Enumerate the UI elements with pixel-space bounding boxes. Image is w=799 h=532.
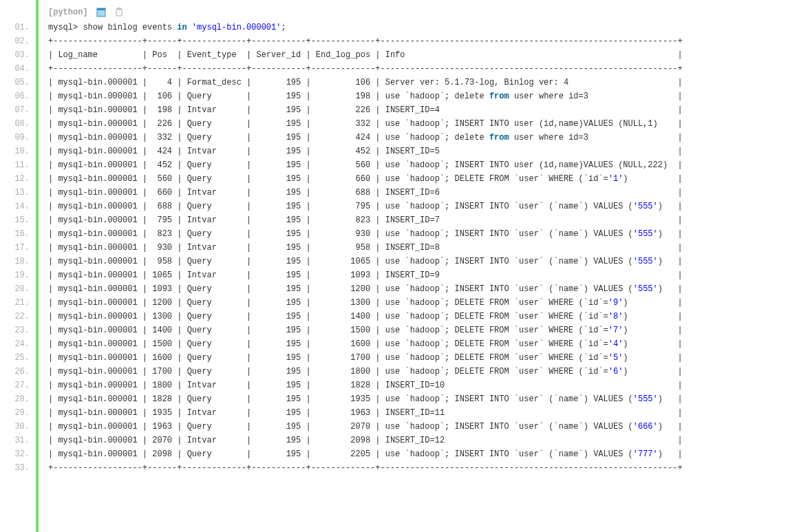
- line-number: 29.: [0, 406, 35, 420]
- language-label: [python]: [48, 6, 88, 19]
- code-line: | mysql-bin.000001 | 1700 | Query | 195 …: [48, 365, 799, 379]
- code-line: +------------------+------+-------------…: [48, 62, 799, 76]
- line-number: 07.: [0, 103, 35, 117]
- code-line: | mysql-bin.000001 | 1935 | Intvar | 195…: [48, 406, 799, 420]
- line-number: 23.: [0, 323, 35, 337]
- line-number: 14.: [0, 200, 35, 213]
- line-number: 10.: [0, 145, 35, 158]
- line-number: 24.: [0, 337, 35, 351]
- view-source-icon[interactable]: [96, 8, 106, 17]
- copy-icon[interactable]: [114, 8, 124, 17]
- line-number: 09.: [0, 131, 35, 145]
- code-line: | mysql-bin.000001 | 560 | Query | 195 |…: [48, 172, 799, 186]
- code-block: 01.02.03.04.05.06.07.08.09.10.11.12.13.1…: [0, 0, 799, 532]
- line-number: 16.: [0, 227, 35, 241]
- code-line: | mysql-bin.000001 | 424 | Intvar | 195 …: [48, 145, 799, 158]
- line-number: 25.: [0, 351, 35, 365]
- line-number: 01.: [0, 21, 35, 34]
- line-number: 04.: [0, 62, 35, 76]
- code-line: +------------------+------+-------------…: [48, 461, 799, 475]
- code-line: | Log_name | Pos | Event_type | Server_i…: [48, 48, 799, 62]
- line-number: 21.: [0, 296, 35, 310]
- line-number: 22.: [0, 310, 35, 323]
- line-number: 13.: [0, 186, 35, 200]
- code-line: | mysql-bin.000001 | 958 | Query | 195 |…: [48, 255, 799, 268]
- code-line: | mysql-bin.000001 | 198 | Intvar | 195 …: [48, 103, 799, 117]
- line-number-gutter: 01.02.03.04.05.06.07.08.09.10.11.12.13.1…: [0, 0, 36, 532]
- line-number: 31.: [0, 434, 35, 447]
- line-number: 28.: [0, 392, 35, 406]
- code-line: +------------------+------+-------------…: [48, 34, 799, 48]
- code-line: | mysql-bin.000001 | 1200 | Query | 195 …: [48, 296, 799, 310]
- code-line: | mysql-bin.000001 | 2098 | Query | 195 …: [48, 447, 799, 461]
- toolbar: [python]: [48, 4, 799, 21]
- svg-rect-1: [97, 8, 105, 10]
- code-line: | mysql-bin.000001 | 1600 | Query | 195 …: [48, 351, 799, 365]
- line-number: 27.: [0, 379, 35, 392]
- line-number: 11.: [0, 158, 35, 172]
- code-content: [python] mysql> show binlog events in 'm…: [39, 0, 799, 532]
- code-line: | mysql-bin.000001 | 1500 | Query | 195 …: [48, 337, 799, 351]
- code-line: | mysql-bin.000001 | 106 | Query | 195 |…: [48, 89, 799, 103]
- code-lines[interactable]: mysql> show binlog events in 'mysql-bin.…: [48, 21, 799, 475]
- code-line: | mysql-bin.000001 | 2070 | Intvar | 195…: [48, 434, 799, 447]
- line-number: 32.: [0, 447, 35, 461]
- code-line: | mysql-bin.000001 | 1963 | Query | 195 …: [48, 420, 799, 434]
- code-line: | mysql-bin.000001 | 1065 | Intvar | 195…: [48, 268, 799, 282]
- code-line: | mysql-bin.000001 | 226 | Query | 195 |…: [48, 117, 799, 131]
- svg-rect-3: [118, 8, 120, 10]
- code-line: | mysql-bin.000001 | 660 | Intvar | 195 …: [48, 186, 799, 200]
- code-line: | mysql-bin.000001 | 1300 | Query | 195 …: [48, 310, 799, 323]
- code-line: | mysql-bin.000001 | 332 | Query | 195 |…: [48, 131, 799, 145]
- code-line: | mysql-bin.000001 | 930 | Intvar | 195 …: [48, 241, 799, 255]
- line-number: 33.: [0, 461, 35, 475]
- line-number: 30.: [0, 420, 35, 434]
- code-line: | mysql-bin.000001 | 4 | Format_desc | 1…: [48, 76, 799, 89]
- code-line: | mysql-bin.000001 | 1800 | Intvar | 195…: [48, 379, 799, 392]
- line-number: 03.: [0, 48, 35, 62]
- code-line: | mysql-bin.000001 | 823 | Query | 195 |…: [48, 227, 799, 241]
- code-line: | mysql-bin.000001 | 452 | Query | 195 |…: [48, 158, 799, 172]
- line-number: 17.: [0, 241, 35, 255]
- line-number: 12.: [0, 172, 35, 186]
- line-number: 08.: [0, 117, 35, 131]
- code-line: | mysql-bin.000001 | 1400 | Query | 195 …: [48, 323, 799, 337]
- line-number: 06.: [0, 89, 35, 103]
- line-number: 05.: [0, 76, 35, 89]
- line-number: 19.: [0, 268, 35, 282]
- line-number: 15.: [0, 213, 35, 227]
- line-number: 02.: [0, 34, 35, 48]
- line-number: 26.: [0, 365, 35, 379]
- code-line: | mysql-bin.000001 | 795 | Intvar | 195 …: [48, 213, 799, 227]
- code-line: | mysql-bin.000001 | 688 | Query | 195 |…: [48, 200, 799, 213]
- line-number: 18.: [0, 255, 35, 268]
- code-line: | mysql-bin.000001 | 1828 | Query | 195 …: [48, 392, 799, 406]
- line-number: 20.: [0, 282, 35, 296]
- code-line: mysql> show binlog events in 'mysql-bin.…: [48, 21, 799, 34]
- code-line: | mysql-bin.000001 | 1093 | Query | 195 …: [48, 282, 799, 296]
